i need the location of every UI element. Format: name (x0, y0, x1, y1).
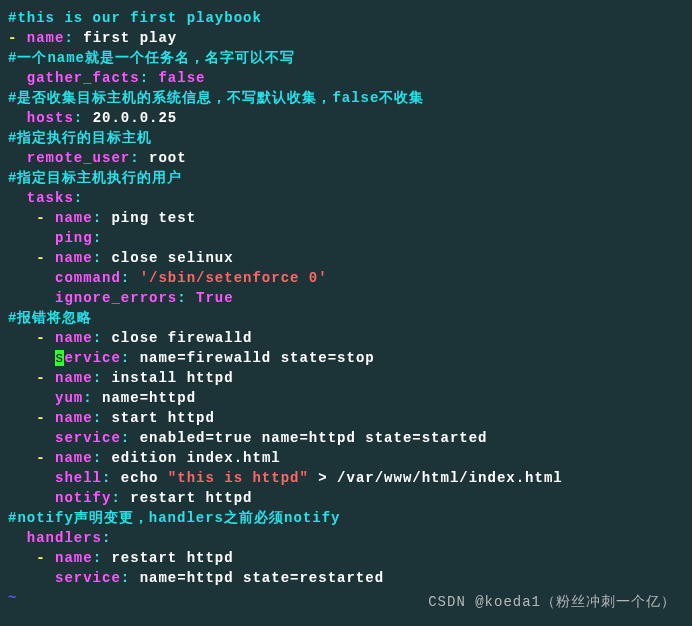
comment: #指定目标主机执行的用户 (8, 170, 182, 186)
comment: #是否收集目标主机的系统信息，不写默认收集，false不收集 (8, 90, 424, 106)
val-echo-redir: > /var/www/html/index.html (309, 470, 563, 486)
val-close-selinux: close selinux (111, 250, 233, 266)
val-hosts: 20.0.0.25 (93, 110, 178, 126)
code-block: #this is our first playbook - name: firs… (8, 8, 684, 608)
key-command: command (55, 270, 121, 286)
key-name: name (55, 550, 93, 566)
key-name: name (55, 410, 93, 426)
key-name: name (55, 370, 93, 386)
val-echo-str: "this is httpd" (168, 470, 309, 486)
key-hosts: hosts (27, 110, 74, 126)
val-fw-args: name=firewalld state=stop (140, 350, 375, 366)
key-service: ervice (64, 350, 120, 366)
val-root: root (149, 150, 187, 166)
val-echo: echo (121, 470, 168, 486)
val-edition-index: edition index.html (111, 450, 280, 466)
key-notify: notify (55, 490, 111, 506)
key-service: service (55, 570, 121, 586)
key-name: name (55, 250, 93, 266)
key-name: name (55, 210, 93, 226)
key-remote-user: remote_user (27, 150, 130, 166)
tilde: ~ (8, 590, 17, 606)
key-tasks: tasks (27, 190, 74, 206)
key-gather-facts: gather_facts (27, 70, 140, 86)
val-start-args: enabled=true name=httpd state=started (140, 430, 488, 446)
val-true: True (196, 290, 234, 306)
key-yum: yum (55, 390, 83, 406)
key-handlers: handlers (27, 530, 102, 546)
val-close-firewalld: close firewalld (111, 330, 252, 346)
key-service: service (55, 430, 121, 446)
cursor: s (55, 350, 64, 366)
key-ping: ping (55, 230, 93, 246)
key-name: name (55, 450, 93, 466)
dash: - (8, 30, 27, 46)
val-restart-httpd: restart httpd (130, 490, 252, 506)
key-name: name (27, 30, 65, 46)
comment: #报错将忽略 (8, 310, 92, 326)
val-start-httpd: start httpd (111, 410, 214, 426)
key-ignore-errors: ignore_errors (55, 290, 177, 306)
val-false: false (158, 70, 205, 86)
comment: #指定执行的目标主机 (8, 130, 152, 146)
val-handler-args: name=httpd state=restarted (140, 570, 384, 586)
val-install-httpd: install httpd (111, 370, 233, 386)
val-restart-httpd: restart httpd (111, 550, 233, 566)
comment: #this is our first playbook (8, 10, 262, 26)
val-ping-test: ping test (111, 210, 196, 226)
key-shell: shell (55, 470, 102, 486)
val-setenforce: '/sbin/setenforce 0' (140, 270, 328, 286)
val-first-play: first play (83, 30, 177, 46)
comment: #notify声明变更，handlers之前必须notify (8, 510, 340, 526)
comment: #一个name就是一个任务名，名字可以不写 (8, 50, 295, 66)
key-name: name (55, 330, 93, 346)
watermark: CSDN @koeda1（粉丝冲刺一个亿） (428, 592, 676, 612)
val-yum-args: name=httpd (102, 390, 196, 406)
